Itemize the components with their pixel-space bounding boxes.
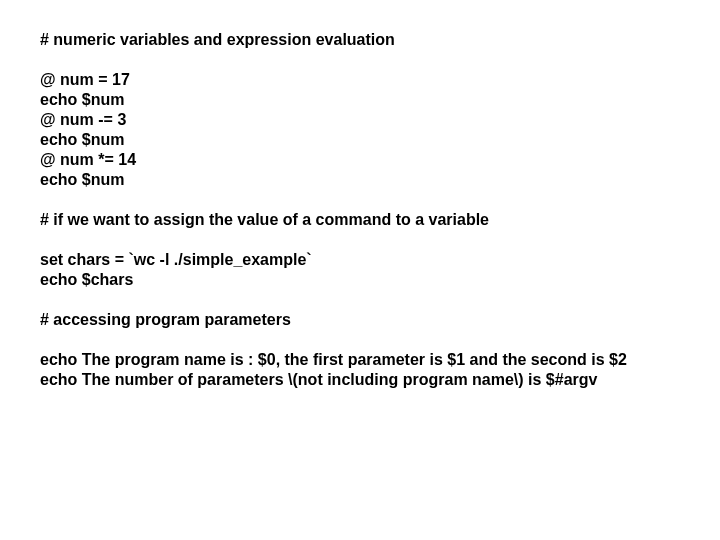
code-line: @ num *= 14 — [40, 150, 680, 170]
code-line: echo $num — [40, 130, 680, 150]
code-line: echo The number of parameters \(not incl… — [40, 370, 680, 390]
comment-numeric-variables: # numeric variables and expression evalu… — [40, 30, 680, 50]
code-line: echo The program name is : $0, the first… — [40, 350, 680, 370]
code-line: echo $num — [40, 90, 680, 110]
comment-assign-command: # if we want to assign the value of a co… — [40, 210, 680, 230]
code-line: echo $chars — [40, 270, 680, 290]
code-line: @ num = 17 — [40, 70, 680, 90]
code-line: @ num -= 3 — [40, 110, 680, 130]
code-line: set chars = `wc -l ./simple_example` — [40, 250, 680, 270]
code-line: echo $num — [40, 170, 680, 190]
comment-program-parameters: # accessing program parameters — [40, 310, 680, 330]
